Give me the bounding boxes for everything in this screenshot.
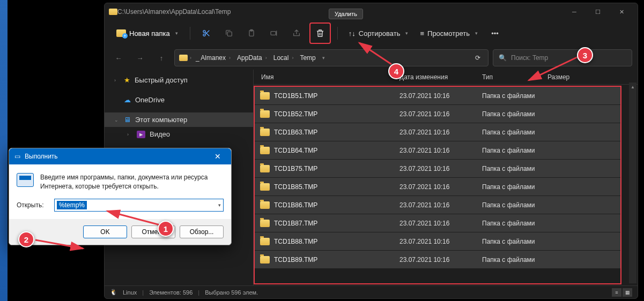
col-size[interactable]: Размер (547, 73, 638, 81)
linux-icon: 🐧 (110, 289, 117, 296)
view-label: Просмотреть (427, 29, 470, 37)
maximize-button[interactable]: ☐ (586, 3, 610, 20)
svg-rect-5 (271, 32, 276, 35)
table-row[interactable]: TCD1B64.TMP23.07.2021 10:16Папка с файла… (255, 141, 620, 160)
video-icon: ▸ (137, 131, 145, 138)
breadcrumb[interactable]: Temp (298, 53, 317, 63)
delete-button[interactable] (309, 22, 331, 44)
table-row[interactable]: TCD1B87.TMP23.07.2021 10:16Папка с файла… (255, 214, 620, 232)
table-row[interactable]: TCD1B63.TMP23.07.2021 10:16Папка с файла… (255, 123, 620, 141)
file-date: 23.07.2021 10:16 (399, 238, 482, 245)
status-bar: 🐧 Linux | Элементов: 596 | Выбрано 596 э… (105, 285, 638, 298)
address-bar[interactable]: › _ Almanex› AppData› Local› Temp ▾ ⟳ (174, 49, 488, 66)
more-button[interactable]: ••• (485, 24, 505, 43)
sidebar-item-video[interactable]: ›▸Видео (105, 127, 253, 141)
chevron-down-icon: ▾ (175, 31, 178, 36)
file-name: TCD1B75.TMP (274, 165, 317, 172)
sidebar-item-this-pc[interactable]: ⌄🖥Этот компьютер (105, 112, 253, 127)
table-row[interactable]: TCD1B88.TMP23.07.2021 10:16Папка с файла… (255, 232, 620, 251)
chevron-down-icon: ▾ (475, 31, 478, 36)
file-date: 23.07.2021 10:16 (399, 147, 482, 154)
scrollbar[interactable]: ▲ (629, 82, 636, 283)
view-button[interactable]: ≡ Просмотреть ▾ (416, 26, 482, 41)
status-linux: Linux (123, 289, 137, 296)
cut-button[interactable] (197, 24, 216, 43)
run-input[interactable]: %temp% ▾ (54, 199, 224, 212)
col-name[interactable]: Имя (259, 73, 399, 81)
file-date: 23.07.2021 10:16 (399, 110, 482, 118)
share-button[interactable] (287, 24, 306, 43)
run-ok-button[interactable]: OK (83, 225, 127, 238)
up-button[interactable]: ↑ (153, 49, 170, 66)
refresh-button[interactable]: ⟳ (472, 54, 484, 62)
sort-label: Сортировать (359, 29, 401, 37)
run-icon: ▭ (14, 153, 20, 160)
cloud-icon: ☁ (124, 96, 131, 104)
folder-icon (260, 165, 270, 172)
table-row[interactable]: TCD1B52.TMP23.07.2021 10:16Папка с файла… (255, 105, 620, 123)
breadcrumb[interactable]: AppData› (235, 53, 269, 63)
chevron-down-icon[interactable]: ▾ (218, 202, 221, 208)
table-row[interactable]: TCD1B51.TMP23.07.2021 10:16Папка с файла… (255, 87, 620, 105)
search-input[interactable]: 🔍 Поиск: Temp (493, 49, 632, 66)
monitor-icon: 🖥 (124, 116, 131, 124)
breadcrumb[interactable]: _ Almanex› (194, 53, 233, 63)
folder-icon (260, 92, 270, 100)
command-bar: Удалить Новая папка ▾ ↑↓ Сортировать ▾ ≡… (105, 20, 638, 46)
file-list[interactable]: TCD1B51.TMP23.07.2021 10:16Папка с файла… (254, 86, 621, 284)
col-date[interactable]: Дата изменения (399, 73, 482, 81)
folder-icon (260, 238, 270, 245)
rename-button[interactable] (264, 24, 284, 43)
forward-button[interactable]: → (131, 49, 149, 66)
run-open-label: Открыть: (17, 201, 49, 209)
run-message: Введите имя программы, папки, документа … (40, 173, 224, 191)
back-button[interactable]: ← (110, 49, 127, 66)
table-row[interactable]: TCD1B85.TMP23.07.2021 10:16Папка с файла… (255, 178, 620, 196)
run-browse-button[interactable]: Обзор... (180, 225, 224, 238)
table-row[interactable]: TCD1B86.TMP23.07.2021 10:16Папка с файла… (255, 196, 620, 214)
run-close-button[interactable]: ✕ (210, 152, 226, 161)
file-name: TCD1B64.TMP (274, 147, 317, 154)
sort-button[interactable]: ↑↓ Сортировать ▾ (344, 26, 413, 41)
file-date: 23.07.2021 10:16 (399, 165, 482, 172)
close-button[interactable]: ✕ (610, 3, 633, 20)
view-thumbs-button[interactable]: ▦ (623, 288, 632, 297)
run-title: Выполнить (25, 153, 58, 160)
breadcrumb[interactable]: Local› (271, 53, 296, 63)
file-date: 23.07.2021 10:16 (399, 92, 482, 100)
paste-button[interactable] (242, 24, 261, 43)
file-name: TCD1B52.TMP (274, 110, 317, 118)
file-name: TCD1B85.TMP (274, 183, 317, 191)
folder-icon (260, 183, 270, 191)
file-date: 23.07.2021 10:16 (399, 201, 482, 209)
table-row[interactable]: TCD1B75.TMP23.07.2021 10:16Папка с файла… (255, 160, 620, 178)
file-name: TCD1B88.TMP (274, 238, 317, 245)
file-type: Папка с файлами (482, 129, 589, 136)
view-details-button[interactable]: ≡ (612, 288, 621, 297)
new-folder-button[interactable]: Новая папка ▾ (111, 26, 183, 41)
svg-point-1 (203, 34, 205, 36)
file-type: Папка с файлами (482, 92, 589, 100)
chevron-down-icon[interactable]: ▾ (322, 55, 325, 61)
star-icon: ★ (124, 76, 130, 84)
file-content: Имя Дата изменения Тип Размер TCD1B51.TM… (254, 70, 638, 285)
file-type: Папка с файлами (482, 238, 589, 245)
file-name: TCD1B51.TMP (274, 92, 317, 100)
view-icon: ≡ (420, 29, 424, 37)
table-row[interactable]: TCD1B89.TMP23.07.2021 10:16Папка с файла… (255, 251, 620, 269)
scroll-up-icon[interactable]: ▲ (629, 82, 636, 91)
file-date: 23.07.2021 10:16 (399, 256, 482, 264)
annotation-badge-2: 2 (18, 231, 34, 247)
copy-button[interactable] (219, 24, 239, 43)
minimize-button[interactable]: ─ (562, 3, 586, 20)
col-type[interactable]: Тип (482, 73, 547, 81)
svg-rect-2 (227, 32, 232, 36)
file-name: TCD1B89.TMP (274, 256, 317, 264)
taskbar (0, 0, 8, 301)
folder-icon (109, 9, 117, 15)
sidebar-item-onedrive[interactable]: ☁OneDrive (105, 93, 253, 107)
chevron-down-icon: ▾ (405, 31, 408, 36)
sort-icon: ↑↓ (349, 29, 356, 37)
run-titlebar: ▭ Выполнить ✕ (9, 148, 231, 164)
sidebar-item-quick-access[interactable]: ›★Быстрый доступ (105, 73, 253, 87)
